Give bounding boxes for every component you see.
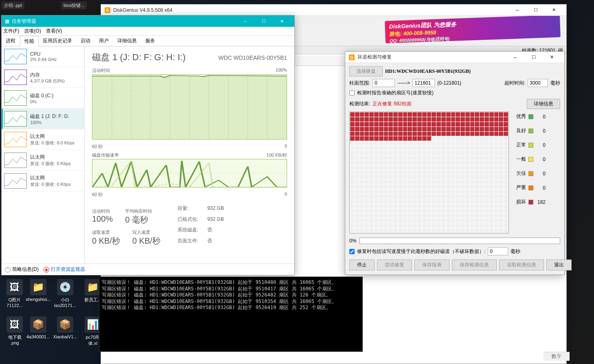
tab-进程[interactable]: 进程: [2, 36, 20, 46]
status-bar: 数字: [544, 352, 570, 361]
desktop-icon[interactable]: 📦4a340001...: [25, 316, 51, 339]
desktop-icon[interactable]: 🖼地下载.png: [2, 316, 28, 345]
cyl-to-input[interactable]: [412, 79, 435, 87]
svg-text:G: G: [350, 55, 353, 60]
resource-monitor-link[interactable]: ◉打开资源监视器: [44, 266, 85, 273]
action-button[interactable]: 停止: [349, 259, 375, 270]
thumb-chart-icon: [4, 70, 27, 85]
sidebar-item[interactable]: 内存4.2/7.9 GB (53%): [2, 67, 84, 88]
tab-服务[interactable]: 服务: [141, 36, 160, 46]
dg-title: DiskGenius V4.9.5.508 x64: [113, 7, 508, 13]
console-log: 写扇区错误！ 磁盘: HD1:WDCWD10EARS-00Y5B1(932GB)…: [99, 277, 363, 352]
scan-status: 正在修复 592柱面: [373, 100, 411, 107]
tab-用户[interactable]: 用户: [95, 36, 113, 46]
menu-item[interactable]: 文件(F): [3, 28, 19, 35]
desktop-icon[interactable]: 📦XiaobaiV1...: [52, 316, 78, 339]
file-icon: 📦: [57, 316, 73, 333]
thumb-chart-icon: [4, 90, 27, 106]
stat: 写入速度0 KB/秒: [132, 229, 160, 246]
legend: 优秀0良好0正常0一般0欠佳0严重0损坏182: [516, 111, 546, 233]
file-icon: 📁: [30, 279, 46, 295]
desktop-icon[interactable]: 📁shengshixi...: [25, 279, 51, 302]
detail-button[interactable]: 详细信息: [527, 99, 560, 109]
tm-menu-bar: 文件(F)选项(O)查看(V): [2, 27, 294, 36]
repair-slow-checkbox[interactable]: [349, 249, 355, 254]
legend-item: 正常0: [516, 142, 546, 148]
thumb-chart-icon: [4, 173, 27, 189]
desktop-icon[interactable]: 🖼Q图片71122...: [2, 279, 28, 308]
svg-text:G: G: [106, 8, 109, 13]
timeout-input[interactable]: [528, 79, 548, 87]
minimize-button[interactable]: ─: [236, 15, 254, 27]
action-button[interactable]: 读取检测信息: [499, 259, 544, 270]
task-manager-icon: ▦: [5, 18, 9, 24]
maximize-button[interactable]: ☐: [526, 4, 545, 16]
bad-sector-dialog: G 坏道检测与修复 ─ ☐ ✕ 选择硬盘 HD1:WDCWD10EARS-00Y…: [345, 51, 565, 275]
diskgenius-icon: G: [104, 7, 111, 13]
task-manager-window: ▦ 任务管理器 ─ ☐ ✕ 文件(F)选项(O)查看(V) 进程性能应用历史记录…: [1, 15, 295, 275]
taskbar-fragment: 介绍-.ppt bios按键...: [0, 0, 101, 15]
sidebar-item[interactable]: 以太网发送: 0 接收: 0 Kbps: [2, 150, 84, 171]
menu-item[interactable]: 查看(V): [46, 28, 62, 35]
legend-item: 严重0: [516, 184, 546, 191]
dg-titlebar[interactable]: G DiskGenius V4.9.5.508 x64 ─ ☐ ✕: [101, 4, 566, 16]
thumb-chart-icon: [4, 49, 27, 64]
sidebar-item[interactable]: 磁盘 1 (J: D: F: G:100%: [2, 109, 84, 129]
desktop-icon[interactable]: 💿小白iso20171...: [52, 279, 78, 308]
close-button[interactable]: ✕: [543, 52, 561, 63]
maximize-button[interactable]: ☐: [254, 15, 273, 27]
tm-main-panel: WDC WD10EARS-00Y5B1 磁盘 1 (J: D: F: G: H:…: [85, 46, 294, 264]
taskbar-tab[interactable]: bios按键...: [61, 2, 87, 9]
minimize-button[interactable]: ─: [508, 4, 526, 16]
accurate-sector-checkbox[interactable]: [349, 90, 355, 96]
file-icon: 📊: [85, 316, 101, 333]
progress-label: 0%: [349, 238, 356, 244]
stat: 读取速度0 KB/秒: [92, 229, 120, 246]
tab-详细信息[interactable]: 详细信息: [113, 36, 141, 46]
brief-info-toggle[interactable]: ˄简略信息(D): [5, 266, 39, 273]
action-button[interactable]: 退出: [546, 259, 572, 270]
menu-item[interactable]: 选项(O): [24, 28, 41, 35]
file-icon: 🖼: [7, 279, 23, 295]
thumb-chart-icon: [4, 132, 27, 147]
transfer-chart: [92, 159, 287, 187]
thumb-chart-icon: [4, 153, 27, 168]
dg-ad-banner: DiskGenius团队 为您服务 致电: 400-008-9958 QQ: 4…: [385, 16, 561, 43]
close-button[interactable]: ✕: [273, 15, 291, 27]
taskbar-tab[interactable]: 介绍-.ppt: [2, 2, 24, 9]
thumb-chart-icon: [4, 111, 27, 126]
sidebar-item[interactable]: 以太网发送: 0 接收: 0 Kbps: [2, 171, 84, 192]
bsd-titlebar[interactable]: G 坏道检测与修复 ─ ☐ ✕: [345, 52, 564, 63]
sidebar-item[interactable]: CPU2% 0.84 GHz: [2, 46, 84, 67]
close-button[interactable]: ✕: [545, 4, 563, 16]
activity-chart: [92, 74, 287, 139]
legend-item: 良好0: [516, 127, 546, 134]
action-button[interactable]: 尝试修复: [377, 259, 412, 270]
maximize-button[interactable]: ☐: [524, 52, 543, 63]
minimize-button[interactable]: ─: [506, 52, 524, 63]
sidebar-item[interactable]: 以太网发送: 0 接收: 8.0 Kbps: [2, 129, 84, 150]
file-icon: 💿: [57, 279, 73, 295]
tm-titlebar[interactable]: ▦ 任务管理器 ─ ☐ ✕: [2, 15, 294, 27]
stat: 活动时间100%: [92, 208, 113, 225]
action-button[interactable]: 保存报表: [414, 259, 449, 270]
disk-model: WDC WD10EARS-00Y5B1: [218, 54, 287, 61]
tab-启动[interactable]: 启动: [77, 36, 95, 46]
file-icon: 🖼: [7, 316, 23, 333]
selected-disk: HD1:WDCWD10EARS-00Y5B1(932GB): [385, 68, 471, 74]
chevron-up-icon: ˄: [5, 267, 11, 272]
tab-应用历史记录[interactable]: 应用历史记录: [39, 36, 77, 46]
repair-threshold-input[interactable]: [488, 247, 508, 255]
disk-info-table: 容量:932 GB已格式化:932 GB系统磁盘:否页面文件:否: [177, 203, 225, 246]
legend-item: 欠佳0: [516, 170, 546, 177]
cyl-from-input[interactable]: [373, 79, 395, 87]
select-disk-button[interactable]: 选择硬盘: [349, 66, 383, 76]
file-icon: 📁: [85, 279, 101, 295]
diskgenius-icon: G: [349, 54, 355, 61]
legend-item: 一般0: [516, 156, 546, 163]
action-button[interactable]: 保存检测信息: [452, 259, 497, 270]
tab-性能[interactable]: 性能: [20, 36, 39, 46]
file-icon: 📦: [30, 316, 46, 333]
sidebar-item[interactable]: 磁盘 0 (C:)0%: [2, 88, 84, 109]
monitor-icon: ◉: [44, 267, 49, 272]
